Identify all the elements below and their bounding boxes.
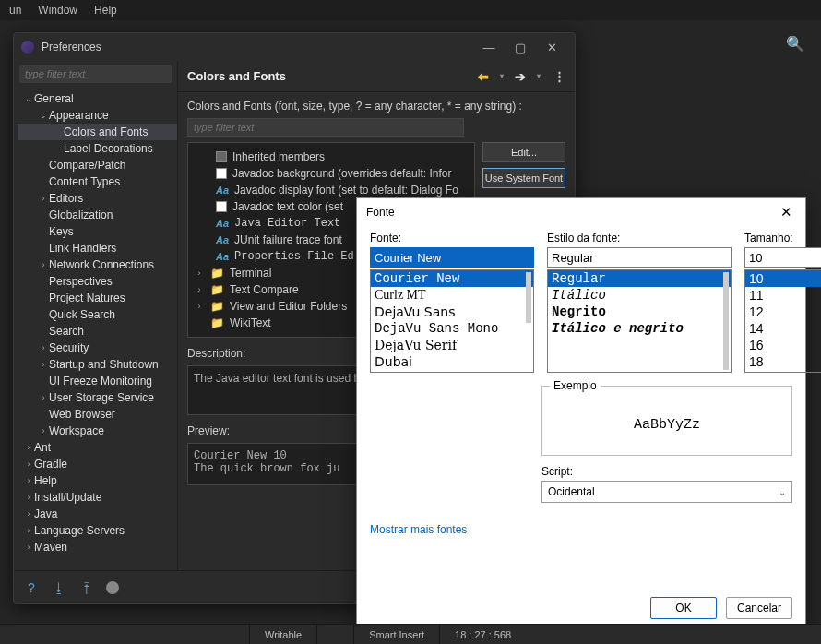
chevron-right-icon[interactable]: › — [23, 476, 34, 485]
ok-button[interactable]: OK — [650, 597, 717, 619]
font-option[interactable]: DejaVu Sans Mono — [371, 320, 533, 337]
chevron-right-icon[interactable]: › — [194, 268, 205, 278]
style-option[interactable]: Regular — [548, 270, 731, 287]
tree-filter-input[interactable] — [19, 65, 172, 83]
font-style-input[interactable] — [547, 247, 732, 268]
font-option[interactable]: DejaVu Serif — [371, 337, 533, 353]
tree-item[interactable]: Label Decorations — [18, 140, 177, 157]
chevron-right-icon[interactable]: › — [23, 543, 34, 552]
size-option[interactable]: 18 — [745, 353, 821, 370]
size-option[interactable]: 12 — [745, 304, 821, 320]
colors-fonts-filter-input[interactable] — [187, 118, 464, 137]
tree-item[interactable]: ›Security — [18, 340, 177, 356]
font-size-input[interactable] — [744, 247, 821, 268]
tree-item[interactable]: UI Freeze Monitoring — [18, 373, 177, 389]
minimize-button[interactable]: ― — [473, 37, 505, 57]
tree-item[interactable]: ›Workspace — [18, 423, 177, 439]
size-option[interactable]: 20 — [745, 370, 821, 373]
tree-item[interactable]: ›Network Connections — [18, 256, 177, 273]
font-size-list[interactable]: 10111214161820 — [744, 269, 821, 373]
size-option[interactable]: 14 — [745, 320, 821, 337]
tree-item[interactable]: ›Help — [18, 472, 177, 489]
close-icon[interactable]: ✕ — [777, 204, 796, 221]
tree-item[interactable]: ›Java — [18, 506, 177, 522]
tree-item[interactable]: Content Types — [18, 173, 177, 190]
search-icon[interactable]: 🔍 — [786, 35, 804, 53]
tree-item[interactable]: Keys — [18, 223, 177, 240]
chevron-right-icon[interactable]: › — [38, 393, 49, 402]
chevron-right-icon[interactable]: › — [38, 426, 49, 435]
style-option[interactable]: Itálico — [548, 287, 731, 304]
chevron-right-icon[interactable]: › — [38, 343, 49, 352]
chevron-right-icon[interactable]: › — [23, 509, 34, 519]
nav-forward-dropdown-icon[interactable]: ▾ — [529, 72, 548, 80]
preferences-titlebar[interactable]: Preferences ― ▢ ✕ — [14, 33, 575, 61]
tree-item[interactable]: Search — [18, 323, 177, 340]
cancel-button[interactable]: Cancelar — [726, 597, 792, 619]
font-style-list[interactable]: RegularItálicoNegritoItálico e negrito — [547, 269, 732, 373]
chevron-right-icon[interactable]: › — [38, 360, 49, 369]
cf-item[interactable]: Inherited members — [194, 149, 469, 165]
tree-item[interactable]: ›Editors — [18, 190, 177, 207]
tree-item[interactable]: ›Maven — [18, 539, 177, 555]
export-icon[interactable]: ⭱ — [78, 579, 95, 596]
nav-back-icon[interactable]: ⬅ — [474, 69, 493, 84]
chevron-right-icon[interactable]: › — [23, 493, 34, 502]
style-option[interactable]: Itálico e negrito — [548, 320, 731, 337]
font-option[interactable]: DejaVu Sans — [371, 304, 533, 320]
tree-item[interactable]: Project Natures — [18, 290, 177, 306]
style-option[interactable]: Negrito — [548, 304, 731, 320]
font-option[interactable]: Courier New — [371, 270, 533, 287]
tree-item[interactable]: ›Gradle — [18, 456, 177, 472]
cf-item[interactable]: AaJavadoc display font (set to default: … — [194, 182, 469, 198]
font-option[interactable]: Curlz MT — [371, 287, 533, 304]
font-name-input[interactable] — [370, 247, 534, 268]
font-option[interactable]: Dubai — [371, 353, 533, 370]
menu-run[interactable]: un — [9, 4, 21, 17]
chevron-down-icon[interactable]: ⌄ — [38, 111, 49, 120]
show-more-fonts-link[interactable]: Mostrar mais fontes — [370, 523, 792, 536]
font-name-list[interactable]: Courier NewCurlz MTDejaVu SansDejaVu San… — [370, 269, 534, 373]
nav-forward-icon[interactable]: ➔ — [511, 69, 529, 84]
tree-item[interactable]: ›User Storage Service — [18, 389, 177, 406]
tree-item[interactable]: Globalization — [18, 207, 177, 223]
tree-item[interactable]: Colors and Fonts — [18, 124, 177, 140]
font-dialog-titlebar[interactable]: Fonte ✕ — [357, 198, 805, 226]
tree-item[interactable]: Quick Search — [18, 306, 177, 323]
tree-item[interactable]: ⌄General — [18, 90, 177, 107]
scrollbar-thumb[interactable] — [723, 272, 729, 370]
scrollbar-thumb[interactable] — [526, 272, 531, 323]
tree-item[interactable]: ⌄Appearance — [18, 107, 177, 124]
chevron-right-icon[interactable]: › — [23, 443, 34, 452]
maximize-button[interactable]: ▢ — [505, 37, 536, 57]
preferences-tree[interactable]: ⌄General⌄AppearanceColors and FontsLabel… — [14, 87, 177, 570]
menu-window[interactable]: Window — [38, 4, 77, 17]
chevron-right-icon[interactable]: › — [23, 526, 34, 535]
oomph-icon[interactable] — [106, 581, 119, 594]
tree-item[interactable]: ›Install/Update — [18, 489, 177, 506]
chevron-right-icon[interactable]: › — [194, 285, 205, 294]
size-option[interactable]: 10 — [745, 270, 821, 287]
size-option[interactable]: 11 — [745, 287, 821, 304]
close-button[interactable]: ✕ — [536, 37, 567, 57]
chevron-right-icon[interactable]: › — [38, 194, 49, 203]
nav-back-dropdown-icon[interactable]: ▾ — [493, 72, 511, 80]
chevron-right-icon[interactable]: › — [23, 459, 34, 469]
tree-item[interactable]: Compare/Patch — [18, 157, 177, 173]
kebab-menu-icon[interactable]: ⋮ — [553, 69, 565, 83]
tree-item[interactable]: ›Language Servers — [18, 522, 177, 539]
tree-item[interactable]: Web Browser — [18, 406, 177, 423]
chevron-down-icon[interactable]: ⌄ — [23, 94, 34, 103]
edit-button[interactable]: Edit... — [482, 142, 565, 162]
menu-help[interactable]: Help — [94, 4, 117, 17]
import-icon[interactable]: ⭳ — [51, 579, 67, 596]
tree-item[interactable]: ›Startup and Shutdown — [18, 356, 177, 373]
size-option[interactable]: 16 — [745, 337, 821, 353]
tree-item[interactable]: ›Ant — [18, 439, 177, 456]
chevron-right-icon[interactable]: › — [38, 260, 49, 269]
cf-item[interactable]: Javadoc background (overrides default: I… — [194, 165, 469, 182]
help-icon[interactable]: ? — [23, 579, 40, 596]
tree-item[interactable]: Link Handlers — [18, 240, 177, 256]
use-system-font-button[interactable]: Use System Font — [482, 168, 565, 188]
script-select[interactable]: Ocidental ⌄ — [541, 481, 792, 503]
